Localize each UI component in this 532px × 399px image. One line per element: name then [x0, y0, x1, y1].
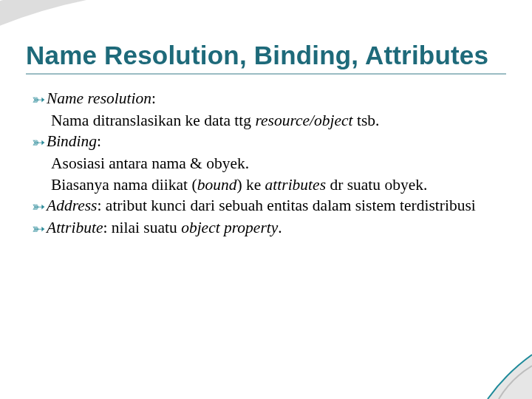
text-span: Biasanya nama diikat (	[51, 176, 197, 194]
bullet-item: ➳ Binding:	[32, 131, 506, 153]
text-span: :	[97, 132, 101, 150]
slide-content: Name Resolution, Binding, Attributes ➳ N…	[0, 0, 532, 239]
slide-title: Name Resolution, Binding, Attributes	[26, 41, 506, 70]
text-span: Binding	[47, 132, 97, 150]
text-span: Address	[47, 197, 97, 214]
bullet-subtext: Biasanya nama diikat (bound) ke attribut…	[32, 174, 506, 195]
bullet-icon: ➳	[32, 132, 45, 153]
bullet-list: ➳ Name resolution: Nama ditranslasikan k…	[26, 88, 506, 239]
text-span: .	[278, 219, 282, 236]
bullet-icon: ➳	[32, 89, 45, 110]
text-span: Attribute	[47, 219, 103, 236]
text-span: attributes	[265, 176, 326, 194]
bullet-text: Address: atribut kunci dari sebuah entit…	[47, 195, 476, 216]
bullet-item: ➳ Address: atribut kunci dari sebuah ent…	[32, 195, 506, 217]
corner-flourish	[466, 332, 532, 399]
text-span: Name resolution	[47, 89, 151, 107]
text-span: resource/object	[255, 112, 352, 129]
bullet-text: Attribute: nilai suatu object property.	[47, 217, 282, 238]
bullet-icon: ➳	[32, 196, 45, 217]
bullet-subtext: Nama ditranslasikan ke data ttg resource…	[32, 110, 506, 131]
text-span: ) ke	[236, 176, 265, 194]
bullet-subtext: Asosiasi antara nama & obyek.	[32, 153, 506, 174]
text-span: object property	[181, 219, 278, 236]
bullet-icon: ➳	[32, 218, 45, 239]
text-span: : nilai suatu	[103, 219, 181, 236]
bullet-text: Binding:	[47, 131, 101, 151]
bullet-text: Name resolution:	[47, 88, 156, 109]
text-span: bound	[197, 176, 237, 194]
bullet-item: ➳ Name resolution:	[32, 88, 506, 110]
text-span: Nama ditranslasikan ke data ttg	[51, 112, 255, 129]
bullet-item: ➳ Attribute: nilai suatu object property…	[32, 217, 506, 239]
text-span: dr suatu obyek.	[326, 176, 427, 194]
text-span: : atribut kunci dari sebuah entitas dala…	[97, 197, 475, 214]
title-underline	[26, 73, 506, 75]
text-span: tsb.	[353, 112, 380, 129]
text-span: :	[151, 89, 156, 107]
